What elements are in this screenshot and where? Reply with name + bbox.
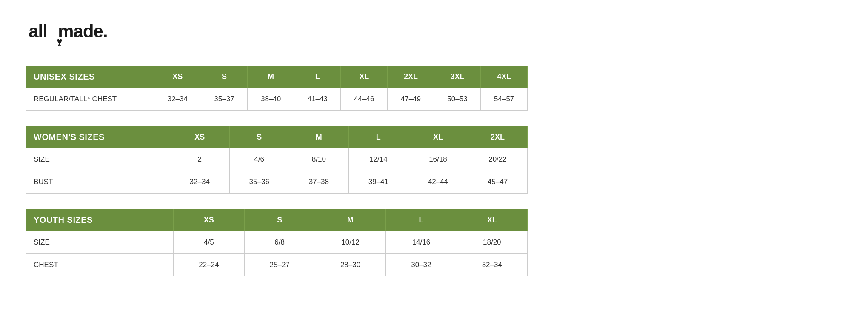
row-value: 4/5 xyxy=(174,231,244,254)
row-value: 37–38 xyxy=(289,171,348,194)
row-label: SIZE xyxy=(26,148,170,171)
table-unisex-title: UNISEX SIZES xyxy=(26,66,154,88)
row-value: 12/14 xyxy=(348,148,408,171)
table-youth-col-M: M xyxy=(315,209,385,231)
table-youth-col-L: L xyxy=(386,209,457,231)
size-table-youth: YOUTH SIZESXSSMLXLSIZE4/56/810/1214/1618… xyxy=(26,209,528,276)
table-womens-col-L: L xyxy=(348,126,408,148)
row-value: 50–53 xyxy=(434,88,481,111)
table-row: SIZE4/56/810/1214/1618/20 xyxy=(26,231,528,254)
table-youth-col-XL: XL xyxy=(457,209,527,231)
row-value: 28–30 xyxy=(315,254,385,276)
table-youth-col-XS: XS xyxy=(174,209,244,231)
row-label: CHEST xyxy=(26,254,174,276)
row-value: 38–40 xyxy=(248,88,294,111)
table-unisex-col-4XL: 4XL xyxy=(481,66,528,88)
row-value: 2 xyxy=(170,148,229,171)
size-table-womens: WOMEN'S SIZESXSSMLXL2XLSIZE24/68/1012/14… xyxy=(26,126,528,194)
table-youth-col-S: S xyxy=(244,209,315,231)
svg-text:made.: made. xyxy=(58,21,107,41)
row-value: 6/8 xyxy=(244,231,315,254)
row-value: 32–34 xyxy=(457,254,527,276)
table-unisex-col-L: L xyxy=(294,66,341,88)
table-unisex-col-S: S xyxy=(201,66,248,88)
row-value: 4/6 xyxy=(229,148,289,171)
brand-logo: all made. xyxy=(26,17,111,47)
row-value: 41–43 xyxy=(294,88,341,111)
row-value: 39–41 xyxy=(348,171,408,194)
row-value: 44–46 xyxy=(341,88,388,111)
row-label: BUST xyxy=(26,171,170,194)
row-value: 25–27 xyxy=(244,254,315,276)
row-value: 35–37 xyxy=(201,88,248,111)
row-value: 54–57 xyxy=(481,88,528,111)
table-youth-title: YOUTH SIZES xyxy=(26,209,174,231)
row-value: 20/22 xyxy=(468,148,527,171)
row-value: 14/16 xyxy=(386,231,457,254)
row-value: 35–36 xyxy=(229,171,289,194)
row-value: 10/12 xyxy=(315,231,385,254)
row-value: 30–32 xyxy=(386,254,457,276)
row-value: 22–24 xyxy=(174,254,244,276)
table-womens-col-M: M xyxy=(289,126,348,148)
table-unisex-col-3XL: 3XL xyxy=(434,66,481,88)
table-unisex-col-M: M xyxy=(248,66,294,88)
table-row: REGULAR/TALL* CHEST32–3435–3738–4041–434… xyxy=(26,88,528,111)
row-value: 32–34 xyxy=(170,171,229,194)
size-section-womens: WOMEN'S SIZESXSSMLXL2XLSIZE24/68/1012/14… xyxy=(26,126,528,194)
row-value: 16/18 xyxy=(408,148,468,171)
table-womens-col-S: S xyxy=(229,126,289,148)
table-row: CHEST22–2425–2728–3030–3232–34 xyxy=(26,254,528,276)
row-label: REGULAR/TALL* CHEST xyxy=(26,88,154,111)
row-value: 45–47 xyxy=(468,171,527,194)
table-womens-title: WOMEN'S SIZES xyxy=(26,126,170,148)
size-section-unisex: UNISEX SIZESXSSMLXL2XL3XL4XLREGULAR/TALL… xyxy=(26,66,528,111)
table-unisex-col-2XL: 2XL xyxy=(388,66,434,88)
row-value: 32–34 xyxy=(154,88,201,111)
table-womens-col-2XL: 2XL xyxy=(468,126,527,148)
row-value: 42–44 xyxy=(408,171,468,194)
table-unisex-col-XS: XS xyxy=(154,66,201,88)
size-section-youth: YOUTH SIZESXSSMLXLSIZE4/56/810/1214/1618… xyxy=(26,209,528,276)
table-row: BUST32–3435–3637–3839–4142–4445–47 xyxy=(26,171,528,194)
logo-area: all made. xyxy=(26,17,842,48)
svg-text:all: all xyxy=(29,21,47,41)
table-unisex-col-XL: XL xyxy=(341,66,388,88)
table-row: SIZE24/68/1012/1416/1820/22 xyxy=(26,148,528,171)
size-table-unisex: UNISEX SIZESXSSMLXL2XL3XL4XLREGULAR/TALL… xyxy=(26,66,528,111)
row-value: 8/10 xyxy=(289,148,348,171)
table-womens-col-XS: XS xyxy=(170,126,229,148)
row-value: 47–49 xyxy=(388,88,434,111)
size-tables-container: UNISEX SIZESXSSMLXL2XL3XL4XLREGULAR/TALL… xyxy=(26,66,842,276)
table-womens-col-XL: XL xyxy=(408,126,468,148)
row-value: 18/20 xyxy=(457,231,527,254)
row-label: SIZE xyxy=(26,231,174,254)
